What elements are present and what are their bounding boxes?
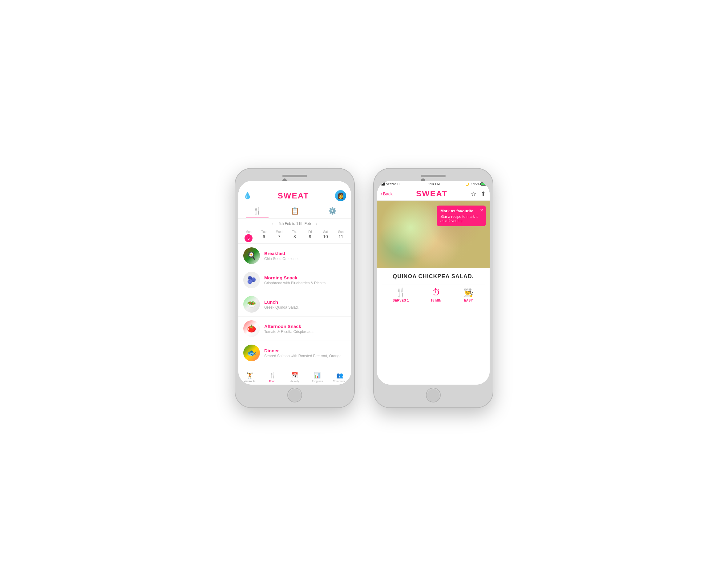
star-icon[interactable]: ☆ <box>471 190 477 198</box>
bottom-tab-icon: 👥 <box>336 372 343 379</box>
next-week-arrow[interactable]: › <box>316 221 317 227</box>
meal-title: Lunch <box>264 299 346 305</box>
recipe-body: QUINOA CHICKPEA SALAD. 🍴 SERVES 1 ⏱ 15 M… <box>377 268 490 384</box>
meal-desc: Greek Quinoa Salad. <box>264 305 346 310</box>
list-icon: 📋 <box>291 207 299 215</box>
meal-item[interactable]: 🍅 Afternoon Snack Tomato & Ricotta Crisp… <box>238 317 351 341</box>
chef-hat-icon: 👨‍🍳 <box>463 287 474 297</box>
meal-title: Afternoon Snack <box>264 324 346 329</box>
status-bar-2: Verizon LTE 1:04 PM 🌙 ✈ 95% <box>377 181 490 187</box>
bottom-tab-workouts[interactable]: 🏋️ Workouts <box>238 372 261 383</box>
day-name: Thu <box>287 230 302 234</box>
day-name: Mon <box>241 230 256 234</box>
serves-stat: 🍴 SERVES 1 <box>393 287 409 302</box>
bottom-tab-label: Progress <box>312 380 323 383</box>
bottom-tab-progress[interactable]: 📊 Progress <box>306 372 329 383</box>
meal-desc: Chia Seed Omelette. <box>264 257 346 261</box>
day-num[interactable]: 6 <box>256 234 272 239</box>
day-num[interactable]: 9 <box>302 234 318 239</box>
recipe-stats: 🍴 SERVES 1 ⏱ 15 MIN 👨‍🍳 EASY <box>382 285 485 302</box>
time-label-stat: 15 MIN <box>431 299 441 302</box>
day-name: Fri <box>302 230 318 234</box>
meal-item[interactable]: 🐟 Dinner Seared Salmon with Roasted Beet… <box>238 341 351 365</box>
phone-1: 💧 SWEAT 👩 🍴 📋 ⚙️ <box>235 168 355 408</box>
meal-title: Dinner <box>264 348 346 353</box>
meal-thumb: 🍅 <box>243 320 260 337</box>
user-avatar-1[interactable]: 👩 <box>335 190 346 201</box>
bottom-tab-community[interactable]: 👥 Community <box>329 372 351 383</box>
meal-item[interactable]: 🫐 Morning Snack Crispbread with Blueberr… <box>238 268 351 292</box>
recipe-detail-screen: Verizon LTE 1:04 PM 🌙 ✈ 95% <box>377 181 490 384</box>
water-icon[interactable]: 💧 <box>243 192 251 200</box>
day-col[interactable]: Mon5 <box>241 229 256 243</box>
food-tracker-screen: 💧 SWEAT 👩 🍴 📋 ⚙️ <box>238 181 351 384</box>
back-chevron-icon: ‹ <box>381 192 382 196</box>
bottom-tab-label: Food <box>269 380 276 383</box>
bluetooth-icon: ✈ <box>470 182 473 185</box>
meal-info: Lunch Greek Quinoa Salad. <box>264 299 346 310</box>
day-col[interactable]: Thu8 <box>287 229 302 243</box>
days-header: Mon5Tue6Wed7Thu8Fri9Sat10Sun11 <box>238 229 351 244</box>
day-col[interactable]: Sun11 <box>333 229 349 243</box>
bottom-tab-icon: 🏋️ <box>246 372 253 379</box>
network-label: LTE <box>397 182 403 186</box>
day-col[interactable]: Tue6 <box>256 229 272 243</box>
day-col[interactable]: Wed7 <box>272 229 287 243</box>
day-name: Sun <box>333 230 349 234</box>
tab-list[interactable]: 📋 <box>276 204 314 218</box>
sliders-icon: ⚙️ <box>328 207 336 215</box>
time-label: 1:04 PM <box>428 182 440 186</box>
tooltip-close-button[interactable]: ✕ <box>480 208 484 212</box>
battery-icon <box>480 182 486 185</box>
day-col[interactable]: Fri9 <box>302 229 318 243</box>
meal-desc: Seared Salmon with Roasted Beetroot, Ora… <box>264 354 346 358</box>
tab-food[interactable]: 🍴 <box>238 204 276 218</box>
meal-info: Breakfast Chia Seed Omelette. <box>264 251 346 261</box>
share-icon[interactable]: ⬆ <box>481 190 486 198</box>
day-num[interactable]: 8 <box>287 234 302 239</box>
tooltip-title: Mark as favourite <box>440 209 482 213</box>
phone-2: Verizon LTE 1:04 PM 🌙 ✈ 95% <box>373 168 493 408</box>
meal-item[interactable]: 🍳 Breakfast Chia Seed Omelette. <box>238 244 351 268</box>
day-name: Wed <box>272 230 287 234</box>
back-label: Back <box>383 192 393 196</box>
back-button[interactable]: ‹ Back <box>381 192 393 196</box>
day-name: Tue <box>256 230 272 234</box>
time-stat: ⏱ 15 MIN <box>431 287 441 302</box>
home-button-2[interactable] <box>426 388 441 402</box>
bottom-tab-label: Activity <box>290 380 299 383</box>
week-range-label: 5th Feb to 11th Feb <box>279 222 311 226</box>
day-num[interactable]: 10 <box>318 234 333 239</box>
meal-item[interactable]: 🥗 Lunch Greek Quinoa Salad. <box>238 292 351 317</box>
prev-week-arrow[interactable]: ‹ <box>272 221 273 227</box>
meal-thumb: 🍳 <box>243 248 260 264</box>
meal-info: Afternoon Snack Tomato & Ricotta Crispbr… <box>264 324 346 334</box>
status-left: Verizon LTE <box>381 182 403 186</box>
bottom-tab-bar: 🏋️ Workouts 🍴 Food 📅 Activity 📊 Progress… <box>238 370 351 384</box>
battery-fill <box>481 183 485 185</box>
difficulty-label: EASY <box>464 299 473 302</box>
tab-settings[interactable]: ⚙️ <box>314 204 351 218</box>
phone-2-bottom <box>377 384 490 404</box>
app-header-1: 💧 SWEAT 👩 <box>238 188 351 204</box>
meal-info: Morning Snack Crispbread with Blueberrie… <box>264 275 346 285</box>
bottom-tab-icon: 📊 <box>314 372 321 379</box>
bottom-tab-activity[interactable]: 📅 Activity <box>283 372 306 383</box>
fork-knife-icon: 🍴 <box>253 207 262 215</box>
day-col[interactable]: Sat10 <box>318 229 333 243</box>
meal-thumb: 🥗 <box>243 296 260 313</box>
app-logo-1: SWEAT <box>278 191 309 201</box>
meal-desc: Tomato & Ricotta Crispbreads. <box>264 329 346 334</box>
serves-icon: 🍴 <box>396 287 406 297</box>
clock-icon: ⏱ <box>432 287 440 297</box>
home-button-1[interactable] <box>287 388 302 402</box>
bottom-tab-food[interactable]: 🍴 Food <box>261 372 283 383</box>
meal-desc: Crispbread with Blueberries & Ricotta. <box>264 281 346 285</box>
day-num-today[interactable]: 5 <box>244 234 252 242</box>
bottom-tab-label: Community <box>333 380 347 383</box>
day-num[interactable]: 11 <box>333 234 349 239</box>
bottom-tab-icon: 📅 <box>291 372 298 379</box>
day-num[interactable]: 7 <box>272 234 287 239</box>
status-bar-1 <box>238 181 351 188</box>
speaker-1 <box>282 175 307 177</box>
